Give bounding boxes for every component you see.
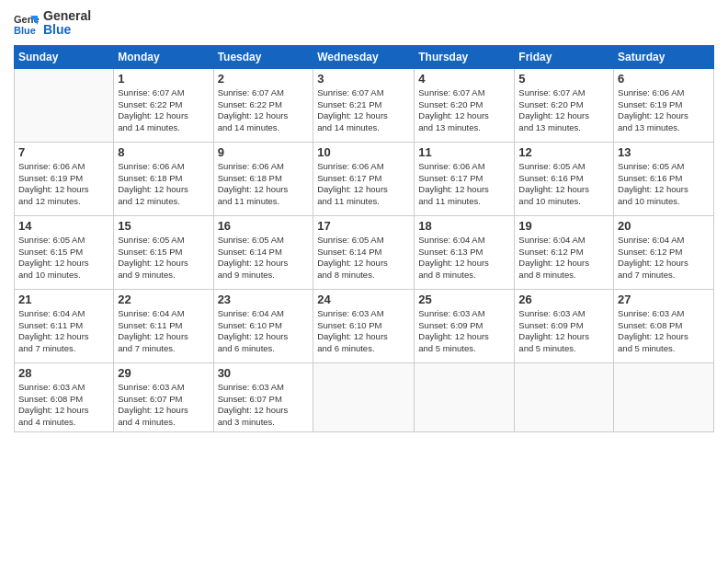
day-number: 14: [18, 219, 109, 233]
calendar-cell: 30Sunrise: 6:03 AMSunset: 6:07 PMDayligh…: [213, 362, 313, 431]
day-number: 18: [418, 219, 510, 233]
calendar-cell: 5Sunrise: 6:07 AMSunset: 6:20 PMDaylight…: [515, 68, 614, 142]
calendar-cell: 21Sunrise: 6:04 AMSunset: 6:11 PMDayligh…: [15, 289, 114, 362]
day-info: Sunrise: 6:05 AMSunset: 6:15 PMDaylight:…: [18, 235, 109, 282]
calendar-cell: 17Sunrise: 6:05 AMSunset: 6:14 PMDayligh…: [313, 215, 415, 289]
day-number: 12: [518, 145, 609, 159]
day-info: Sunrise: 6:07 AMSunset: 6:20 PMDaylight:…: [518, 87, 609, 134]
day-number: 15: [118, 219, 209, 233]
calendar-cell: 16Sunrise: 6:05 AMSunset: 6:14 PMDayligh…: [213, 215, 313, 289]
calendar-header-row: SundayMondayTuesdayWednesdayThursdayFrid…: [15, 45, 714, 68]
day-info: Sunrise: 6:04 AMSunset: 6:10 PMDaylight:…: [218, 308, 310, 355]
day-info: Sunrise: 6:05 AMSunset: 6:16 PMDaylight:…: [618, 161, 710, 208]
day-info: Sunrise: 6:04 AMSunset: 6:11 PMDaylight:…: [18, 308, 109, 355]
calendar: SundayMondayTuesdayWednesdayThursdayFrid…: [14, 45, 714, 432]
day-number: 8: [118, 145, 209, 159]
day-info: Sunrise: 6:05 AMSunset: 6:16 PMDaylight:…: [518, 161, 609, 208]
calendar-cell: 9Sunrise: 6:06 AMSunset: 6:18 PMDaylight…: [213, 142, 313, 215]
day-info: Sunrise: 6:03 AMSunset: 6:08 PMDaylight:…: [618, 308, 710, 355]
day-number: 10: [317, 145, 410, 159]
calendar-cell: [515, 362, 614, 431]
day-number: 28: [18, 366, 109, 380]
calendar-cell: [415, 362, 515, 431]
day-info: Sunrise: 6:03 AMSunset: 6:07 PMDaylight:…: [218, 382, 310, 429]
logo: General Blue General Blue: [14, 9, 91, 38]
day-number: 5: [518, 72, 609, 86]
day-info: Sunrise: 6:04 AMSunset: 6:12 PMDaylight:…: [618, 235, 710, 282]
header: General Blue General Blue: [14, 9, 714, 38]
calendar-cell: 28Sunrise: 6:03 AMSunset: 6:08 PMDayligh…: [15, 362, 114, 431]
calendar-cell: 29Sunrise: 6:03 AMSunset: 6:07 PMDayligh…: [114, 362, 213, 431]
week-row-4: 21Sunrise: 6:04 AMSunset: 6:11 PMDayligh…: [15, 289, 714, 362]
day-info: Sunrise: 6:04 AMSunset: 6:13 PMDaylight:…: [418, 235, 510, 282]
calendar-cell: 20Sunrise: 6:04 AMSunset: 6:12 PMDayligh…: [614, 215, 714, 289]
week-row-1: 1Sunrise: 6:07 AMSunset: 6:22 PMDaylight…: [15, 68, 714, 142]
calendar-cell: [15, 68, 114, 142]
day-info: Sunrise: 6:03 AMSunset: 6:07 PMDaylight:…: [118, 382, 209, 429]
day-number: 19: [518, 219, 609, 233]
day-number: 13: [618, 145, 710, 159]
day-number: 25: [418, 293, 510, 306]
day-info: Sunrise: 6:05 AMSunset: 6:14 PMDaylight:…: [218, 235, 310, 282]
day-info: Sunrise: 6:07 AMSunset: 6:20 PMDaylight:…: [418, 87, 510, 134]
day-number: 4: [418, 72, 510, 86]
day-info: Sunrise: 6:06 AMSunset: 6:17 PMDaylight:…: [317, 161, 410, 208]
calendar-cell: [313, 362, 415, 431]
day-number: 6: [618, 72, 710, 86]
calendar-cell: 26Sunrise: 6:03 AMSunset: 6:09 PMDayligh…: [515, 289, 614, 362]
day-number: 17: [317, 219, 410, 233]
day-info: Sunrise: 6:06 AMSunset: 6:18 PMDaylight:…: [218, 161, 310, 208]
day-number: 27: [618, 293, 710, 306]
header-friday: Friday: [515, 45, 614, 68]
day-info: Sunrise: 6:07 AMSunset: 6:22 PMDaylight:…: [218, 87, 310, 134]
calendar-cell: 25Sunrise: 6:03 AMSunset: 6:09 PMDayligh…: [415, 289, 515, 362]
day-number: 16: [218, 219, 310, 233]
calendar-cell: 19Sunrise: 6:04 AMSunset: 6:12 PMDayligh…: [515, 215, 614, 289]
logo-general: General: [43, 9, 91, 23]
day-number: 20: [618, 219, 710, 233]
day-number: 26: [518, 293, 609, 306]
calendar-cell: 23Sunrise: 6:04 AMSunset: 6:10 PMDayligh…: [213, 289, 313, 362]
day-info: Sunrise: 6:07 AMSunset: 6:22 PMDaylight:…: [118, 87, 209, 134]
day-number: 21: [18, 293, 109, 306]
day-info: Sunrise: 6:03 AMSunset: 6:08 PMDaylight:…: [18, 382, 109, 429]
day-number: 7: [18, 145, 109, 159]
day-info: Sunrise: 6:03 AMSunset: 6:09 PMDaylight:…: [518, 308, 609, 355]
header-sunday: Sunday: [15, 45, 114, 68]
calendar-cell: 3Sunrise: 6:07 AMSunset: 6:21 PMDaylight…: [313, 68, 415, 142]
day-info: Sunrise: 6:06 AMSunset: 6:17 PMDaylight:…: [418, 161, 510, 208]
calendar-cell: 27Sunrise: 6:03 AMSunset: 6:08 PMDayligh…: [614, 289, 714, 362]
calendar-cell: [614, 362, 714, 431]
calendar-cell: 6Sunrise: 6:06 AMSunset: 6:19 PMDaylight…: [614, 68, 714, 142]
header-thursday: Thursday: [415, 45, 515, 68]
day-info: Sunrise: 6:05 AMSunset: 6:14 PMDaylight:…: [317, 235, 410, 282]
day-number: 30: [218, 366, 310, 380]
day-info: Sunrise: 6:06 AMSunset: 6:19 PMDaylight:…: [18, 161, 109, 208]
day-info: Sunrise: 6:07 AMSunset: 6:21 PMDaylight:…: [317, 87, 410, 134]
calendar-cell: 22Sunrise: 6:04 AMSunset: 6:11 PMDayligh…: [114, 289, 213, 362]
calendar-cell: 8Sunrise: 6:06 AMSunset: 6:18 PMDaylight…: [114, 142, 213, 215]
day-info: Sunrise: 6:04 AMSunset: 6:12 PMDaylight:…: [518, 235, 609, 282]
day-info: Sunrise: 6:05 AMSunset: 6:15 PMDaylight:…: [118, 235, 209, 282]
logo-blue: Blue: [43, 23, 91, 37]
day-info: Sunrise: 6:03 AMSunset: 6:10 PMDaylight:…: [317, 308, 410, 355]
day-number: 1: [118, 72, 209, 86]
calendar-cell: 24Sunrise: 6:03 AMSunset: 6:10 PMDayligh…: [313, 289, 415, 362]
day-number: 23: [218, 293, 310, 306]
svg-text:Blue: Blue: [14, 25, 36, 36]
day-number: 22: [118, 293, 209, 306]
day-number: 11: [418, 145, 510, 159]
day-number: 9: [218, 145, 310, 159]
calendar-cell: 10Sunrise: 6:06 AMSunset: 6:17 PMDayligh…: [313, 142, 415, 215]
calendar-cell: 11Sunrise: 6:06 AMSunset: 6:17 PMDayligh…: [415, 142, 515, 215]
calendar-cell: 2Sunrise: 6:07 AMSunset: 6:22 PMDaylight…: [213, 68, 313, 142]
day-info: Sunrise: 6:03 AMSunset: 6:09 PMDaylight:…: [418, 308, 510, 355]
day-info: Sunrise: 6:06 AMSunset: 6:19 PMDaylight:…: [618, 87, 710, 134]
day-number: 2: [218, 72, 310, 86]
header-saturday: Saturday: [614, 45, 714, 68]
week-row-5: 28Sunrise: 6:03 AMSunset: 6:08 PMDayligh…: [15, 362, 714, 431]
header-wednesday: Wednesday: [313, 45, 415, 68]
day-number: 3: [317, 72, 410, 86]
day-number: 24: [317, 293, 410, 306]
calendar-cell: 4Sunrise: 6:07 AMSunset: 6:20 PMDaylight…: [415, 68, 515, 142]
